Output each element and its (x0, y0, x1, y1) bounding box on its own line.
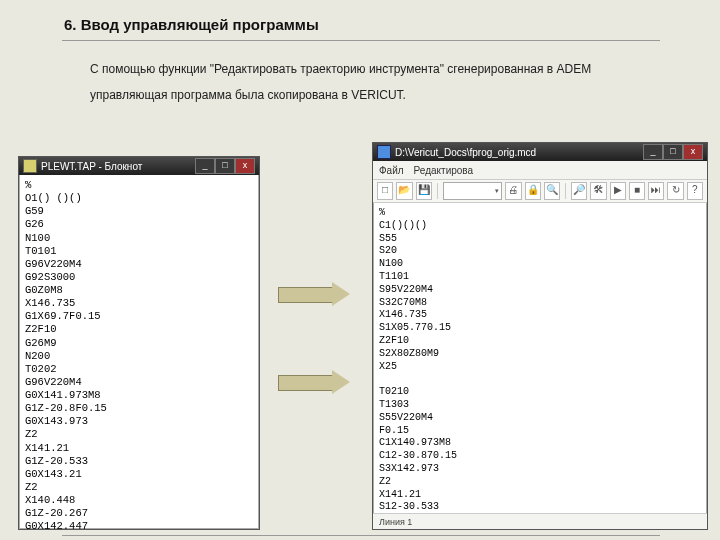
arrow-icon (278, 282, 350, 306)
new-icon[interactable]: □ (377, 182, 393, 200)
divider-bottom (62, 535, 660, 536)
help-icon[interactable]: ? (687, 182, 703, 200)
menu-file[interactable]: Файл (379, 165, 404, 176)
notepad-content[interactable]: % O1() ()() G59 G26 N100 T0101 G96V220M4… (19, 175, 259, 529)
titlebar-left: PLEWT.TAP - Блокнот _ □ x (19, 157, 259, 175)
slide-body: С помощью функции "Редактировать траекто… (90, 56, 660, 109)
vericut-app-icon (377, 145, 391, 159)
open-icon[interactable]: 📂 (396, 182, 412, 200)
toolbar-separator (565, 183, 566, 199)
arrow-icon (278, 370, 350, 394)
lock-icon[interactable]: 🔒 (525, 182, 541, 200)
zoom-icon[interactable]: 🔎 (571, 182, 587, 200)
tool-icon[interactable]: 🛠 (590, 182, 606, 200)
titlebar-right-title: D:\Vericut_Docs\fprog_orig.mcd (395, 147, 643, 158)
divider-top (62, 40, 660, 41)
save-icon[interactable]: 💾 (416, 182, 432, 200)
window-vericut: D:\Vericut_Docs\fprog_orig.mcd _ □ x Фай… (372, 142, 708, 530)
find-icon[interactable]: 🔍 (544, 182, 560, 200)
titlebar-right: D:\Vericut_Docs\fprog_orig.mcd _ □ x (373, 143, 707, 161)
refresh-icon[interactable]: ↻ (667, 182, 683, 200)
statusbar: Линия 1 (373, 513, 707, 529)
close-button[interactable]: x (683, 144, 703, 160)
menu-edit[interactable]: Редактирова (414, 165, 474, 176)
toolbar-separator (437, 183, 438, 199)
minimize-button[interactable]: _ (195, 158, 215, 174)
maximize-button[interactable]: □ (215, 158, 235, 174)
vericut-content[interactable]: % C1()()() S55 S20 N100 T1101 S95V220M4 … (373, 203, 707, 529)
maximize-button[interactable]: □ (663, 144, 683, 160)
close-button[interactable]: x (235, 158, 255, 174)
minimize-button[interactable]: _ (643, 144, 663, 160)
toolbar-main: □ 📂 💾 ▾ 🖨 🔒 🔍 🔎 🛠 ▶ ■ ⏭ ↻ ? (373, 180, 707, 203)
chevron-down-icon: ▾ (495, 187, 499, 195)
menubar: Файл Редактирова (373, 161, 707, 180)
window-notepad: PLEWT.TAP - Блокнот _ □ x % O1() ()() G5… (18, 156, 260, 530)
notepad-icon (23, 159, 37, 173)
step-icon[interactable]: ⏭ (648, 182, 664, 200)
toolbar-dropdown[interactable]: ▾ (443, 182, 503, 200)
stop-icon[interactable]: ■ (629, 182, 645, 200)
play-icon[interactable]: ▶ (610, 182, 626, 200)
print-icon[interactable]: 🖨 (505, 182, 521, 200)
titlebar-left-title: PLEWT.TAP - Блокнот (41, 161, 195, 172)
slide-heading: 6. Ввод управляющей программы (64, 16, 319, 33)
